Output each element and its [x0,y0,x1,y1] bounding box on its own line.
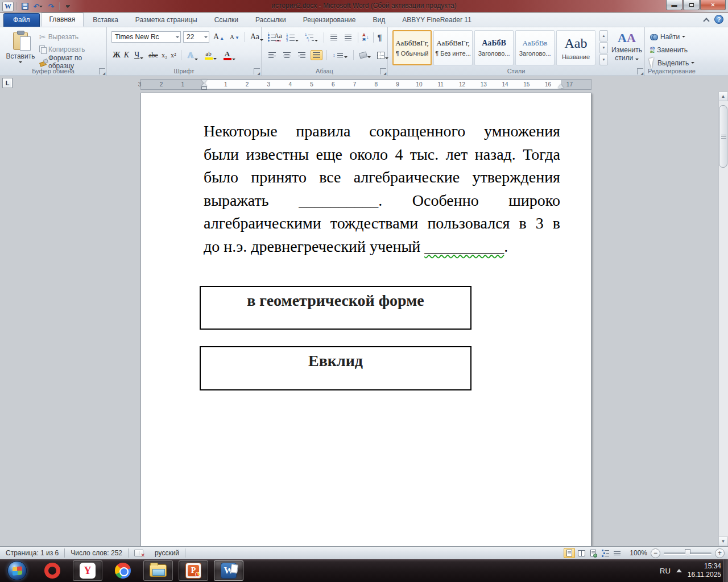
cut-button[interactable]: ✂ Вырезать [38,31,106,43]
select-button[interactable]: Выделить [648,57,696,69]
print-layout-view-button[interactable] [564,548,575,558]
sort-button[interactable]: АЯ ↓ [362,33,369,42]
style-chip-heading1[interactable]: АаБбВ Заголово... [474,30,514,65]
shrink-font-button[interactable]: А▼ [228,33,241,41]
help-button[interactable]: ? [714,15,723,24]
zoom-slider-thumb[interactable] [685,549,690,557]
increase-indent-button[interactable] [342,33,354,42]
text-effects-button[interactable]: А [186,49,200,61]
bold-button[interactable]: Ж [113,51,121,59]
tab-mailings[interactable]: Рассылки [247,14,294,27]
answer-box-euclid[interactable]: Евклид [200,346,471,390]
find-button[interactable]: Найти [648,31,696,43]
justify-button[interactable] [311,50,322,60]
tab-abbyy-finereader[interactable]: ABBYY FineReader 11 [394,14,479,27]
language-bar[interactable]: RU [660,567,671,575]
word-count-indicator[interactable]: Число слов: 252 [65,549,128,557]
tab-insert[interactable]: Вставка [85,14,126,27]
font-color-button[interactable]: А [222,49,237,61]
vertical-scrollbar[interactable]: ▲ ▼ [718,92,728,546]
styles-dialog-launcher[interactable] [637,68,643,74]
style-chip-heading2[interactable]: АаБбВв Заголово... [515,30,555,65]
tab-view[interactable]: Вид [365,14,393,27]
close-button[interactable]: ✕ [700,0,726,10]
style-chip-normal[interactable]: АаБбВвГг, ¶ Обычный [392,30,432,65]
align-left-button[interactable] [266,50,278,60]
taskbar-file-explorer[interactable] [143,560,173,581]
paste-button[interactable]: Вставить [6,30,35,73]
grow-font-button[interactable]: А▲ [212,32,226,42]
left-indent-marker[interactable] [201,83,207,90]
document-page[interactable]: Некоторые правила сокращенного умножения… [140,93,592,546]
zoom-out-button[interactable]: − [651,548,660,558]
document-paragraph[interactable]: Некоторые правила сокращенного умножения… [204,120,560,258]
fullscreen-reading-view-button[interactable] [576,548,587,558]
underline-button[interactable]: Ч [133,50,145,60]
restore-button[interactable] [683,0,700,10]
tab-review[interactable]: Рецензирование [295,14,364,27]
tab-stop-selector[interactable]: L [2,78,13,88]
highlight-color-button[interactable]: ab [203,49,218,61]
font-size-combo[interactable]: 22 [183,31,209,43]
change-styles-button[interactable]: АА Изменить стили [611,30,643,73]
style-chip-title[interactable]: Aab Название [556,30,595,65]
ruler-number: 13 [481,81,487,88]
italic-button[interactable]: К [124,51,129,59]
subscript-button[interactable]: х₂ [162,52,167,59]
zoom-slider[interactable] [664,552,712,554]
minimize-button[interactable]: ▬ [666,0,682,10]
outline-view-button[interactable] [599,548,611,558]
clipboard-dialog-launcher[interactable] [99,68,105,74]
replace-button[interactable]: abас Заменить [648,44,696,56]
styles-scroll-down-button[interactable]: ▼ [599,42,608,53]
draft-view-button[interactable] [611,548,623,558]
taskbar-powerpoint[interactable]: P [179,560,208,581]
tab-references[interactable]: Ссылки [206,14,246,27]
zoom-level[interactable]: 100% [630,549,647,557]
start-button[interactable] [2,560,32,581]
horizontal-ruler[interactable]: 1231234567891011121314151617 [140,79,592,90]
line-spacing-button[interactable]: ↕ [331,52,349,59]
answer-box-geometric-form[interactable]: в геометрической форме [200,286,471,330]
style-chip-no-spacing[interactable]: АаБбВвГг, ¶ Без инте... [433,30,473,65]
scroll-up-button[interactable]: ▲ [718,92,728,101]
tab-home[interactable]: Главная [41,13,84,27]
numbering-button[interactable]: 1 2 3 [284,33,300,43]
styles-scroll-up-button[interactable]: ▲ [599,30,608,41]
restore-icon [689,3,694,7]
align-center-button[interactable] [281,50,293,60]
strikethrough-button[interactable]: abc [148,52,158,59]
align-right-button[interactable] [296,50,308,60]
superscript-button[interactable]: х² [171,52,176,59]
right-indent-marker[interactable] [558,84,564,88]
minimize-ribbon-button[interactable] [704,17,709,22]
taskbar-chrome[interactable] [108,560,138,581]
show-hidden-icons-button[interactable] [676,569,682,572]
multilevel-list-button[interactable]: 1 a i [303,33,320,43]
paragraph-dialog-launcher[interactable] [380,68,386,74]
bullets-button[interactable] [266,33,282,43]
format-painter-button[interactable]: Формат по образцу [38,56,106,68]
taskbar-word[interactable]: W [214,560,243,581]
taskbar-opera[interactable] [38,560,67,581]
show-formatting-marks-button[interactable]: ¶ [378,33,382,42]
scroll-down-button[interactable]: ▼ [718,537,728,546]
scrollbar-thumb[interactable] [719,105,727,168]
font-family-combo[interactable]: Times New Rc [111,31,181,43]
print-layout-icon [566,550,572,556]
tab-page-layout[interactable]: Разметка страницы [127,14,205,27]
web-layout-view-button[interactable] [588,548,599,558]
shading-button[interactable] [358,51,373,59]
styles-gallery-expand-button[interactable]: ▼ [599,54,608,65]
tab-file[interactable]: Файл [3,13,40,27]
draft-view-icon [614,551,621,555]
show-desktop-button[interactable] [723,559,728,582]
proofing-errors-button[interactable] [129,550,149,556]
language-indicator[interactable]: русский [149,549,185,557]
taskbar-yandex-browser[interactable]: Y [73,560,102,581]
decrease-indent-button[interactable] [328,33,340,42]
font-dialog-launcher[interactable] [254,68,260,74]
zoom-in-button[interactable]: + [715,548,725,558]
taskbar-clock[interactable]: 15:34 16.11.2025 [688,562,721,579]
page-indicator[interactable]: Страница: 1 из 6 [0,549,64,557]
